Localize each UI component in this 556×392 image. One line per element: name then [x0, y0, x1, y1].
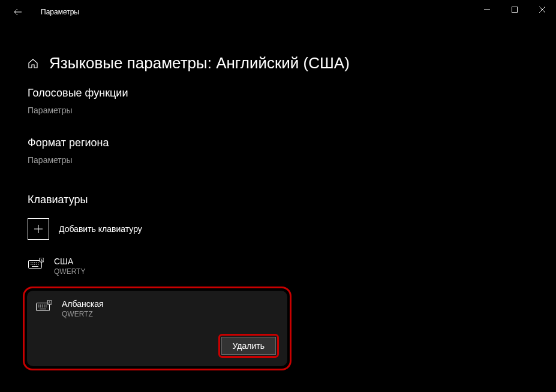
- voice-settings-link[interactable]: Параметры: [28, 105, 73, 115]
- add-keyboard-label: Добавить клавиатуру: [59, 224, 142, 234]
- keyboard-item-albanian: A Албанская QWERTZ: [35, 299, 279, 318]
- app-title: Параметры: [41, 8, 79, 16]
- delete-highlight: Удалить: [218, 334, 279, 358]
- maximize-button[interactable]: [501, 0, 528, 19]
- keyboard-item-usa[interactable]: A США QWERTY: [28, 253, 528, 279]
- button-row: Удалить: [35, 334, 279, 358]
- window-controls: [473, 0, 556, 19]
- svg-rect-1: [512, 7, 518, 13]
- home-icon: [28, 58, 38, 69]
- home-button[interactable]: [28, 58, 38, 69]
- delete-button[interactable]: Удалить: [221, 337, 276, 355]
- header-row: Языковые параметры: Английский (США): [28, 54, 528, 73]
- plus-icon: [34, 224, 43, 234]
- arrow-left-icon: [14, 8, 22, 16]
- keyboard-layout: QWERTY: [54, 267, 85, 276]
- selected-highlight: A Албанская QWERTZ Удалить: [23, 287, 291, 370]
- close-icon: [539, 7, 545, 13]
- titlebar: Параметры: [0, 0, 556, 24]
- content: Языковые параметры: Английский (США) Гол…: [0, 24, 556, 370]
- keyboard-item-albanian-card[interactable]: A Албанская QWERTZ Удалить: [27, 291, 287, 366]
- close-button[interactable]: [528, 0, 556, 19]
- page-title: Языковые параметры: Английский (США): [49, 54, 350, 73]
- add-keyboard-button[interactable]: Добавить клавиатуру: [28, 218, 528, 240]
- keyboard-name: Албанская: [62, 299, 104, 309]
- region-settings-link[interactable]: Параметры: [28, 155, 73, 165]
- keyboard-icon: A: [28, 258, 44, 269]
- minimize-icon: [484, 7, 490, 13]
- keyboard-layout: QWERTZ: [62, 310, 104, 318]
- keyboard-icon: A: [35, 300, 52, 311]
- keyboards-section-title: Клавиатуры: [28, 194, 528, 206]
- maximize-icon: [512, 7, 518, 13]
- keyboard-name: США: [54, 257, 85, 266]
- back-button[interactable]: [7, 1, 29, 23]
- minimize-button[interactable]: [473, 0, 501, 19]
- voice-section-title: Голосовые функции: [28, 87, 528, 99]
- region-section-title: Формат региона: [28, 137, 528, 149]
- plus-box: [28, 218, 49, 240]
